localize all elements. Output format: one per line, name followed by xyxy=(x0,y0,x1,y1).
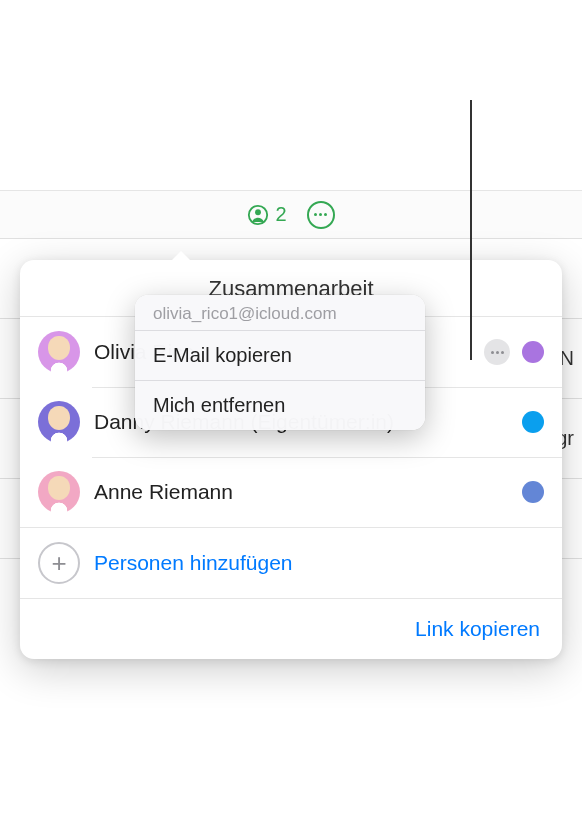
collaborator-count: 2 xyxy=(275,203,286,226)
ellipsis-icon xyxy=(314,213,317,216)
top-blank-area xyxy=(0,0,582,190)
copy-link-button[interactable]: Link kopieren xyxy=(415,617,540,641)
avatar xyxy=(38,401,80,443)
menu-item-remove-me[interactable]: Mich entfernen xyxy=(135,380,425,430)
add-people-button[interactable]: + Personen hinzufügen xyxy=(20,527,562,598)
ellipsis-icon xyxy=(491,351,494,354)
callout-line xyxy=(470,100,472,360)
participant-color-dot xyxy=(522,411,544,433)
context-menu: olivia_rico1@icloud.com E-Mail kopieren … xyxy=(135,295,425,430)
context-menu-email: olivia_rico1@icloud.com xyxy=(135,295,425,330)
svg-point-1 xyxy=(256,209,262,215)
participant-more-button[interactable] xyxy=(484,339,510,365)
menu-item-copy-email[interactable]: E-Mail kopieren xyxy=(135,331,425,380)
avatar xyxy=(38,471,80,513)
avatar xyxy=(38,331,80,373)
participant-color-dot xyxy=(522,481,544,503)
participant-color-dot xyxy=(522,341,544,363)
person-circle-icon xyxy=(247,204,269,226)
participant-row[interactable]: Anne Riemann xyxy=(20,457,562,527)
toolbar: 2 xyxy=(0,190,582,238)
toolbar-more-button[interactable] xyxy=(307,201,335,229)
collaborators-button[interactable]: 2 xyxy=(247,203,286,226)
add-people-label: Personen hinzufügen xyxy=(94,551,293,575)
plus-circle-icon: + xyxy=(38,542,80,584)
popover-footer: Link kopieren xyxy=(20,598,562,659)
participant-name: Anne Riemann xyxy=(94,480,522,504)
